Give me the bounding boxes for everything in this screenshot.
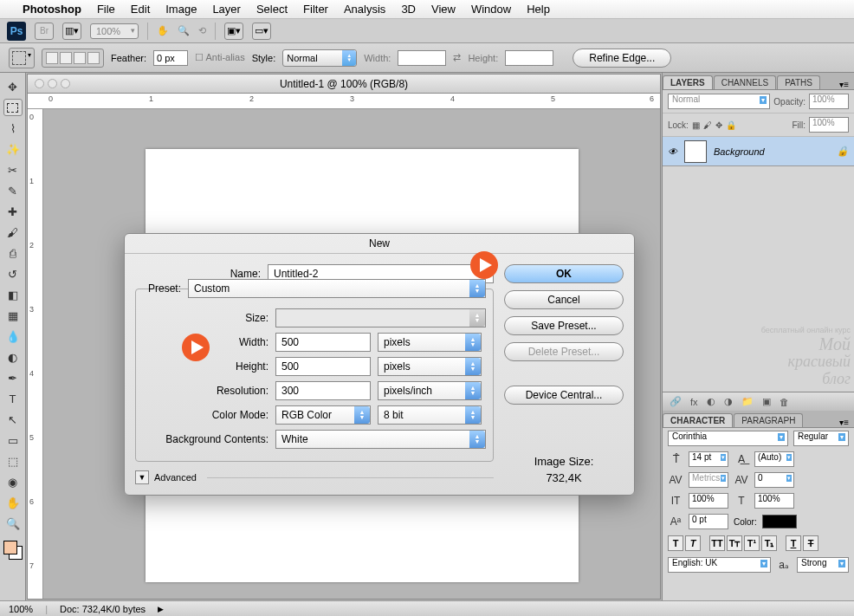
mask-icon[interactable]: ◐ (707, 396, 715, 407)
blend-mode-select[interactable]: Normal (668, 94, 770, 109)
menu-edit[interactable]: Edit (131, 3, 150, 16)
font-weight-select[interactable]: Regular (793, 431, 849, 446)
tab-paths[interactable]: PATHS (777, 75, 820, 89)
3d-camera-tool[interactable]: ◉ (3, 473, 23, 490)
ruler-horizontal[interactable]: 0123456 (28, 94, 660, 109)
lock-all-icon[interactable]: 🔒 (726, 120, 736, 130)
view-mode-button[interactable]: ▥▾ (62, 23, 81, 40)
opacity-input[interactable]: 100% (809, 94, 849, 109)
gradient-tool[interactable]: ▦ (3, 307, 23, 324)
feather-input[interactable] (153, 50, 188, 66)
layer-name[interactable]: Background (714, 146, 765, 157)
allcaps-button[interactable]: TT (709, 535, 725, 551)
stamp-tool[interactable]: ⎙ (3, 244, 23, 262)
lasso-tool[interactable]: ⌇ (3, 120, 23, 137)
menu-select[interactable]: Select (256, 3, 288, 16)
panel-menu-icon[interactable]: ▾≡ (834, 418, 854, 427)
tracking-input[interactable]: 0 (754, 472, 794, 488)
zoom-tool[interactable]: 🔍 (3, 515, 23, 532)
size-select[interactable]: ▲▼ (275, 308, 486, 327)
device-central-button[interactable]: Device Central... (504, 386, 624, 405)
menu-window[interactable]: Window (471, 3, 511, 16)
menu-view[interactable]: View (431, 3, 456, 16)
menu-3d[interactable]: 3D (401, 3, 416, 16)
hand-icon[interactable]: ✋ (157, 25, 169, 36)
lock-position-icon[interactable]: ✥ (715, 120, 722, 130)
layer-row[interactable]: 👁 Background 🔒 (663, 137, 854, 166)
shape-tool[interactable]: ▭ (3, 431, 23, 449)
move-tool[interactable]: ✥ (3, 78, 23, 95)
menu-analysis[interactable]: Analysis (344, 3, 385, 16)
dheight-input[interactable] (275, 357, 371, 376)
delete-preset-button[interactable]: Delete Preset... (504, 342, 624, 361)
kerning-input[interactable]: Metrics (689, 472, 728, 488)
status-arrow-icon[interactable]: ▶ (158, 605, 164, 613)
language-select[interactable]: English: UK (668, 557, 771, 573)
status-doc-size[interactable]: Doc: 732,4K/0 bytes (60, 604, 146, 614)
zoom-icon[interactable]: 🔍 (178, 25, 190, 36)
italic-button[interactable]: T (685, 535, 701, 551)
menu-layer[interactable]: Layer (212, 3, 241, 16)
text-color-swatch[interactable] (762, 515, 797, 528)
tab-paragraph[interactable]: PARAGRAPH (734, 413, 803, 427)
sel-intersect-icon[interactable] (87, 52, 100, 64)
heal-tool[interactable]: ✚ (3, 203, 23, 220)
hscale-input[interactable]: 100% (754, 493, 794, 509)
antialias-checkbox[interactable]: ☐ Anti-alias (195, 52, 245, 63)
superscript-button[interactable]: T¹ (744, 535, 760, 551)
eyedropper-tool[interactable]: ✎ (3, 182, 23, 199)
bgcontents-select[interactable]: White▲▼ (275, 430, 486, 449)
baseline-input[interactable]: 0 pt (689, 514, 728, 529)
antialias-select[interactable]: Strong (797, 557, 849, 573)
dwidth-input[interactable] (275, 333, 371, 352)
status-zoom[interactable]: 100% (9, 604, 33, 614)
visibility-icon[interactable]: 👁 (668, 146, 677, 157)
ps-icon[interactable]: Ps (7, 22, 26, 41)
font-family-select[interactable]: Corinthia (668, 431, 788, 446)
swap-icon[interactable]: ⇄ (453, 52, 461, 63)
screen-mode-button[interactable]: ▭▾ (252, 23, 271, 40)
refine-edge-button[interactable]: Refine Edge... (573, 49, 671, 68)
panel-menu-icon[interactable]: ▾≡ (834, 80, 854, 89)
sel-new-icon[interactable] (46, 52, 58, 64)
sel-subtract-icon[interactable] (74, 52, 86, 64)
menu-image[interactable]: Image (165, 3, 197, 16)
subscript-button[interactable]: T₁ (761, 535, 777, 551)
dheight-unit[interactable]: pixels▲▼ (378, 357, 482, 376)
3d-tool[interactable]: ⬚ (3, 452, 23, 470)
arrange-button[interactable]: ▣▾ (224, 23, 243, 40)
menu-filter[interactable]: Filter (303, 3, 328, 16)
wand-tool[interactable]: ✨ (3, 140, 23, 158)
ruler-vertical[interactable]: 01234567 (28, 109, 43, 599)
window-controls[interactable] (35, 79, 70, 88)
sel-add-icon[interactable] (60, 52, 72, 64)
resolution-input[interactable] (275, 381, 371, 400)
menu-file[interactable]: File (97, 3, 115, 16)
fx-icon[interactable]: fx (690, 397, 698, 407)
strikethrough-button[interactable]: T (803, 535, 818, 551)
document-titlebar[interactable]: Untitled-1 @ 100% (RGB/8) (28, 75, 660, 94)
cancel-button[interactable]: Cancel (504, 290, 624, 309)
resolution-unit[interactable]: pixels/inch▲▼ (378, 381, 482, 400)
smallcaps-button[interactable]: Tᴛ (727, 535, 742, 551)
hand-tool[interactable]: ✋ (3, 494, 23, 511)
advanced-disclosure[interactable]: ▼ (135, 470, 149, 484)
save-preset-button[interactable]: Save Preset... (504, 316, 624, 335)
tab-layers[interactable]: LAYERS (663, 75, 713, 89)
path-tool[interactable]: ↖ (3, 411, 23, 428)
tab-channels[interactable]: CHANNELS (714, 75, 776, 89)
crop-tool[interactable]: ✂ (3, 161, 23, 178)
history-brush-tool[interactable]: ↺ (3, 265, 23, 282)
preset-select[interactable]: Custom▲▼ (188, 279, 486, 298)
bridge-button[interactable]: Br (35, 23, 54, 40)
trash-icon[interactable]: 🗑 (780, 397, 789, 407)
color-swatch[interactable] (3, 541, 23, 560)
pen-tool[interactable]: ✒ (3, 369, 23, 386)
tab-character[interactable]: CHARACTER (663, 413, 733, 427)
underline-button[interactable]: T (786, 535, 801, 551)
font-size-input[interactable]: 14 pt (689, 451, 728, 467)
vscale-input[interactable]: 100% (689, 493, 728, 509)
layer-thumbnail[interactable] (684, 140, 707, 163)
dwidth-unit[interactable]: pixels▲▼ (378, 333, 482, 352)
colormode-select[interactable]: RGB Color▲▼ (275, 405, 371, 425)
